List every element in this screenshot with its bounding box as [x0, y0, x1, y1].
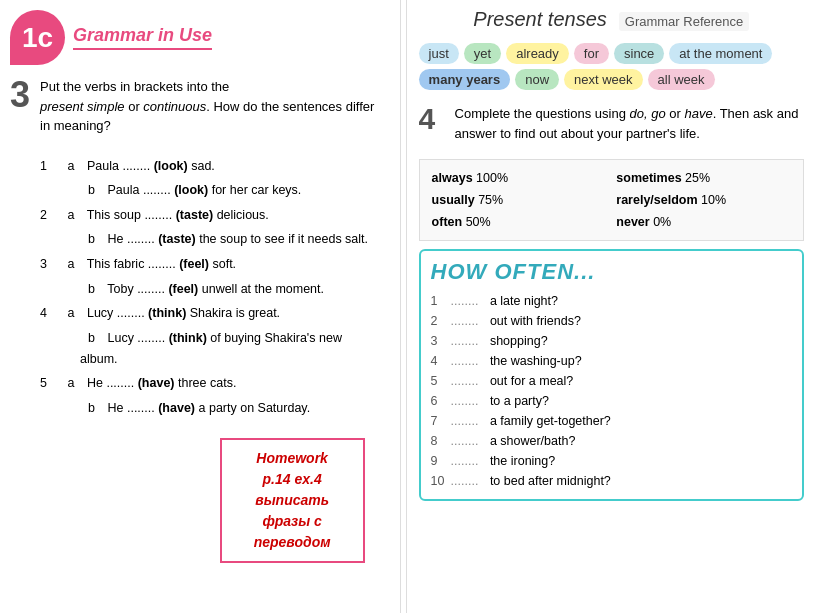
tag-all-week: all week — [648, 69, 715, 90]
how-often-title: HOW OFTEN... — [431, 259, 792, 285]
right-header: Present tenses Grammar Reference — [419, 8, 804, 31]
section3-intro: Put the verbs in brackets into the — [40, 79, 229, 94]
freq-usually: usually 75% — [432, 190, 607, 210]
present-tenses-title: Present tenses — [473, 8, 606, 31]
tag-yet: yet — [464, 43, 501, 64]
section3-mid: or — [125, 99, 144, 114]
list-item: b He ........ (have) a party on Saturday… — [80, 398, 380, 419]
homework-line2: p.14 ex.4 — [234, 469, 351, 490]
homework-line1: Homework — [234, 448, 351, 469]
badge-circle: 1c — [10, 10, 65, 65]
list-item: 10........ to bed after midnight? — [431, 471, 792, 491]
section3-title: Put the verbs in brackets into the prese… — [40, 77, 380, 136]
list-item: b Lucy ........ (think) of buying Shakir… — [80, 328, 380, 369]
freq-sometimes: sometimes 25% — [616, 168, 791, 188]
frequency-grid: always 100% sometimes 25% usually 75% ra… — [419, 159, 804, 241]
tag-many-years: many years — [419, 69, 511, 90]
list-item: b He ........ (taste) the soup to see if… — [80, 229, 380, 250]
list-item: 1 a Paula ........ (look) sad. — [40, 156, 380, 177]
freq-often: often 50% — [432, 212, 607, 232]
section3-number: 3 — [10, 77, 30, 113]
list-item: 1........ a late night? — [431, 291, 792, 311]
tag-next-week: next week — [564, 69, 643, 90]
homework-line5: переводом — [234, 532, 351, 553]
freq-never: never 0% — [616, 212, 791, 232]
tag-for: for — [574, 43, 609, 64]
how-often-list: 1........ a late night? 2........ out wi… — [431, 291, 792, 491]
homework-line4: фразы с — [234, 511, 351, 532]
homework-line3: выписать — [234, 490, 351, 511]
right-panel: Present tenses Grammar Reference just ye… — [406, 0, 816, 613]
badge-subtitle: Grammar in Use — [73, 25, 212, 50]
list-item: b Toby ........ (feel) unwell at the mom… — [80, 279, 380, 300]
tag-since: since — [614, 43, 664, 64]
tense-tags: just yet already for since at the moment… — [419, 39, 804, 94]
tag-just: just — [419, 43, 459, 64]
grammar-reference-label: Grammar Reference — [619, 12, 749, 31]
list-item: 3........ shopping? — [431, 331, 792, 351]
exercise-list: 1 a Paula ........ (look) sad. b Paula .… — [40, 156, 380, 419]
tag-now: now — [515, 69, 559, 90]
list-item: 7........ a family get-together? — [431, 411, 792, 431]
list-item: 6........ to a party? — [431, 391, 792, 411]
header-badge: 1c Grammar in Use — [10, 10, 380, 65]
badge-letter: 1c — [22, 22, 53, 54]
left-panel: 1c Grammar in Use 3 Put the verbs in bra… — [0, 0, 395, 613]
panel-divider — [400, 0, 401, 613]
list-item: b Paula ........ (look) for her car keys… — [80, 180, 380, 201]
list-item: 5 a He ........ (have) three cats. — [40, 373, 380, 394]
list-item: 2 a This soup ........ (taste) delicious… — [40, 205, 380, 226]
list-item: 4........ the washing-up? — [431, 351, 792, 371]
section4-number: 4 — [419, 104, 436, 134]
homework-box: Homework p.14 ex.4 выписать фразы с пере… — [220, 438, 365, 563]
freq-rarely: rarely/seldom 10% — [616, 190, 791, 210]
section3-em1: present simple — [40, 99, 125, 114]
how-often-box: HOW OFTEN... 1........ a late night? 2..… — [419, 249, 804, 501]
list-item: 2........ out with friends? — [431, 311, 792, 331]
section4-title: Complete the questions using do, go or h… — [455, 104, 804, 143]
tag-at-the-moment: at the moment — [669, 43, 772, 64]
list-item: 9........ the ironing? — [431, 451, 792, 471]
list-item: 5........ out for a meal? — [431, 371, 792, 391]
tag-already: already — [506, 43, 569, 64]
list-item: 4 a Lucy ........ (think) Shakira is gre… — [40, 303, 380, 324]
section3-em2: continuous — [143, 99, 206, 114]
freq-always: always 100% — [432, 168, 607, 188]
list-item: 8........ a shower/bath? — [431, 431, 792, 451]
list-item: 3 a This fabric ........ (feel) soft. — [40, 254, 380, 275]
